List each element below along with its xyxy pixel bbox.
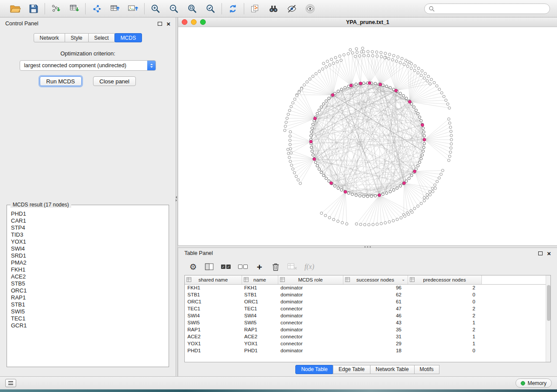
- result-item[interactable]: ACE2: [11, 273, 169, 280]
- export-table-button[interactable]: [108, 2, 121, 15]
- result-item[interactable]: STB1: [11, 301, 169, 308]
- export-network-button[interactable]: [90, 2, 103, 15]
- table-row[interactable]: FKH1FKH1dominator962: [185, 284, 550, 291]
- table-row[interactable]: PHD1PHD1dominator180: [185, 347, 550, 354]
- result-item[interactable]: STB5: [11, 280, 169, 287]
- network-titlebar[interactable]: YPA_prune.txt_1: [178, 17, 557, 27]
- result-item[interactable]: TID3: [11, 231, 169, 238]
- status-bar: Memory: [0, 376, 557, 389]
- result-item[interactable]: FKH1: [11, 266, 169, 273]
- delete-table-button[interactable]: [287, 261, 297, 272]
- table-settings-button[interactable]: ⚙: [189, 261, 197, 272]
- import-network-button[interactable]: [49, 2, 62, 15]
- result-item[interactable]: CAR1: [11, 217, 169, 224]
- select-all-rows-button[interactable]: ✓ ✓: [221, 261, 231, 272]
- network-view-svg[interactable]: [178, 27, 557, 245]
- splitter-collapse-handle[interactable]: [176, 196, 177, 202]
- table-scrollbar[interactable]: [546, 275, 550, 362]
- result-item[interactable]: PMA2: [11, 259, 169, 266]
- run-mcds-button[interactable]: Run MCDS: [40, 76, 82, 86]
- table-row[interactable]: RAP1RAP1dominator352: [185, 326, 550, 333]
- clone-network-button[interactable]: [249, 2, 262, 15]
- checked-box-icon: ✓: [226, 265, 231, 269]
- close-panel-button[interactable]: Close panel: [93, 76, 136, 86]
- table-row[interactable]: ORC1ORC1dominator610: [185, 298, 550, 305]
- search-box[interactable]: [424, 3, 550, 14]
- export-network-icon: [91, 3, 102, 14]
- memory-status-icon: [521, 381, 525, 385]
- result-item[interactable]: GCR1: [11, 322, 169, 329]
- fx-icon: f(x): [304, 263, 314, 271]
- tab-select[interactable]: Select: [88, 33, 115, 42]
- header-filler: [481, 275, 550, 284]
- export-image-button[interactable]: [127, 2, 140, 15]
- table-row[interactable]: ACE2ACE2connector311: [185, 333, 550, 340]
- result-item[interactable]: RAP1: [11, 294, 169, 301]
- network-canvas[interactable]: [178, 27, 557, 245]
- add-column-button[interactable]: +: [255, 261, 264, 272]
- apply-layout-button[interactable]: [226, 2, 239, 15]
- chevron-down-icon[interactable]: ⌄: [401, 277, 405, 282]
- zoom-selected-button[interactable]: [204, 2, 217, 15]
- result-item[interactable]: SWI4: [11, 245, 169, 252]
- table-row[interactable]: SWI4SWI4dominator462: [185, 312, 550, 319]
- table-row[interactable]: YOX1YOX1connector291: [185, 340, 550, 347]
- column-header-predecessor-nodes[interactable]: predecessor nodes: [408, 275, 481, 284]
- refresh-icon: [228, 3, 238, 14]
- delete-column-button[interactable]: [271, 261, 280, 272]
- save-floppy-icon: [28, 3, 39, 14]
- search-input[interactable]: [437, 6, 546, 12]
- eye-icon: [305, 3, 315, 14]
- function-builder-button[interactable]: f(x): [304, 261, 314, 272]
- column-header-MCDS-role[interactable]: MCDS role: [278, 275, 343, 284]
- result-item[interactable]: ORC1: [11, 287, 169, 294]
- tab-edge-table[interactable]: Edge Table: [333, 365, 370, 374]
- save-session-button[interactable]: [27, 2, 40, 15]
- optimization-criterion-label: Optimization criterion:: [60, 50, 115, 57]
- result-item[interactable]: PHD1: [11, 210, 169, 217]
- tab-mcds[interactable]: MCDS: [114, 33, 142, 42]
- network-leaf-nodes[interactable]: [284, 47, 453, 226]
- zoom-out-button[interactable]: [167, 2, 180, 15]
- result-item[interactable]: SRD1: [11, 252, 169, 259]
- table-row[interactable]: SWI5SWI5connector431: [185, 319, 550, 326]
- tab-network-table[interactable]: Network Table: [370, 365, 415, 374]
- memory-label: Memory: [528, 380, 547, 386]
- find-network-button[interactable]: [267, 2, 280, 15]
- tab-style[interactable]: Style: [65, 33, 89, 42]
- mcds-result-list[interactable]: PHD1CAR1STP4TID3YOX1SWI4SRD1PMA2FKH1ACE2…: [7, 205, 169, 367]
- table-row[interactable]: STB1STB1dominator620: [185, 291, 550, 298]
- tab-network[interactable]: Network: [34, 33, 65, 42]
- unchecked-box-icon: [243, 265, 248, 269]
- deselect-all-rows-button[interactable]: [238, 261, 248, 272]
- show-columns-button[interactable]: [205, 261, 214, 272]
- open-session-button[interactable]: [9, 2, 22, 15]
- memory-button[interactable]: Memory: [515, 378, 552, 388]
- tab-node-table[interactable]: Node Table: [295, 365, 333, 374]
- hide-graphics-details-button[interactable]: [285, 2, 298, 15]
- result-item[interactable]: TEC1: [11, 315, 169, 322]
- result-item[interactable]: SWI5: [11, 308, 169, 315]
- close-panel-icon[interactable]: ×: [166, 21, 170, 27]
- status-menu-button[interactable]: [5, 379, 16, 387]
- vertical-splitter[interactable]: [176, 17, 178, 376]
- zoom-fit-icon: [187, 3, 197, 14]
- zoom-fit-button[interactable]: [186, 2, 199, 15]
- binoculars-icon: [268, 3, 279, 14]
- zoom-in-button[interactable]: [149, 2, 162, 15]
- column-header-successor-nodes[interactable]: successor nodes⌄: [343, 275, 408, 284]
- column-header-shared-name[interactable]: shared name: [185, 275, 242, 284]
- close-panel-icon[interactable]: ×: [547, 250, 551, 257]
- tab-motifs[interactable]: Motifs: [414, 365, 439, 374]
- table-row[interactable]: TEC1TEC1connector472: [185, 305, 550, 312]
- result-item[interactable]: STP4: [11, 224, 169, 231]
- criterion-select[interactable]: largest connected component (undirected): [20, 60, 156, 71]
- column-header-name[interactable]: name: [242, 275, 278, 284]
- result-item[interactable]: YOX1: [11, 238, 169, 245]
- zoom-in-icon: [150, 3, 161, 14]
- import-table-button[interactable]: [68, 2, 81, 15]
- show-graphics-details-button[interactable]: [304, 2, 317, 15]
- float-panel-icon[interactable]: [538, 251, 543, 255]
- float-panel-icon[interactable]: [158, 22, 162, 26]
- scrollbar-thumb[interactable]: [547, 285, 550, 321]
